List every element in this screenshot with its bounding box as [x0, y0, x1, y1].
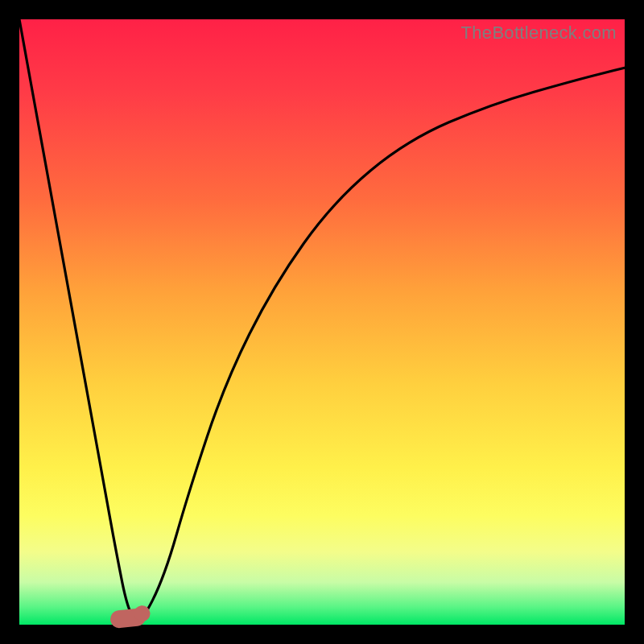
chart-frame: TheBottleneck.com [0, 0, 644, 644]
minimum-marker [109, 608, 147, 629]
curve-path [19, 19, 625, 620]
plot-area: TheBottleneck.com [19, 19, 625, 625]
bottleneck-curve [19, 19, 625, 625]
